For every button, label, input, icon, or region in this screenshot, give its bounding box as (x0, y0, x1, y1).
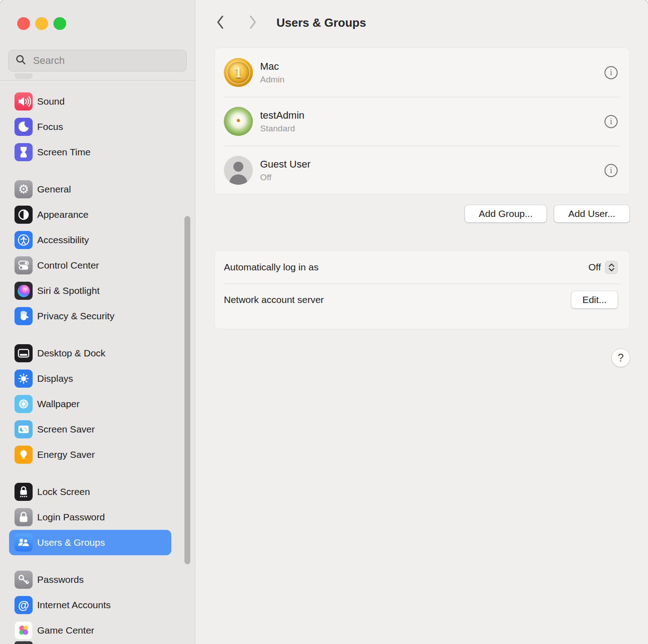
nav-group-display: Desktop & Dock Displays Wallpaper (9, 341, 171, 467)
privacy-security-icon (15, 307, 33, 325)
focus-icon (15, 118, 33, 136)
info-button[interactable]: i (604, 164, 618, 177)
search-placeholder: Search (33, 55, 65, 67)
sidebar-item-label: Passwords (37, 574, 84, 585)
sidebar-item-label: Focus (37, 121, 63, 132)
sidebar-item-sound[interactable]: Sound (9, 89, 171, 114)
partially-scrolled-icon (15, 641, 33, 644)
traffic-lights (17, 17, 66, 30)
passwords-icon (15, 571, 33, 589)
network-server-row: Network account server Edit... (215, 284, 629, 316)
zoom-button[interactable] (53, 17, 66, 30)
sidebar-item-displays[interactable]: Displays (9, 366, 171, 391)
sidebar-item-siri-spotlight[interactable]: Siri & Spotlight (9, 278, 171, 303)
sidebar-item-lock-screen[interactable]: Lock Screen (9, 479, 171, 505)
sidebar-item-desktop-dock[interactable]: Desktop & Dock (9, 341, 171, 366)
wallpaper-icon (15, 395, 33, 413)
sidebar-item-energy-saver[interactable]: Energy Saver (9, 442, 171, 467)
chevron-left-icon (215, 14, 225, 32)
general-icon: ⚙ (15, 180, 33, 198)
internet-accounts-icon: @ (15, 596, 33, 614)
sidebar-toolbar-divider (0, 80, 195, 81)
energy-saver-icon (15, 446, 33, 464)
edit-button[interactable]: Edit... (571, 291, 618, 308)
auto-login-row: Automatically log in as Off (215, 251, 629, 284)
appearance-icon (15, 206, 33, 224)
sidebar-item-label: Accessibility (37, 235, 89, 245)
sidebar-item-passwords[interactable]: Passwords (9, 567, 171, 592)
sidebar: Search Sound Focus (0, 0, 195, 644)
control-center-icon (15, 256, 33, 274)
sidebar-item-label: Energy Saver (37, 449, 95, 460)
auto-login-label: Automatically log in as (224, 262, 588, 273)
sidebar-item-label: Siri & Spotlight (37, 285, 100, 296)
sidebar-item-privacy-security[interactable]: Privacy & Security (9, 303, 171, 329)
partially-scrolled-icon (15, 73, 33, 79)
siri-icon (15, 282, 33, 300)
forward-button[interactable] (245, 15, 261, 31)
sidebar-item-screen-saver[interactable]: Screen Saver (9, 417, 171, 442)
sidebar-item-general[interactable]: ⚙ General (9, 177, 171, 202)
search-input[interactable]: Search (8, 50, 187, 72)
sidebar-item-users-groups[interactable]: Users & Groups (9, 530, 171, 555)
sidebar-item-appearance[interactable]: Appearance (9, 202, 171, 227)
lock-screen-icon (15, 483, 33, 501)
sidebar-item-wallpaper[interactable]: Wallpaper (9, 391, 171, 417)
game-center-icon (15, 621, 33, 639)
displays-icon (15, 370, 33, 388)
sidebar-item-game-center[interactable]: Game Center (9, 618, 171, 643)
auto-login-popup-button[interactable] (605, 261, 618, 274)
avatar: 1 (224, 58, 253, 87)
sidebar-scrollbar[interactable] (184, 216, 190, 564)
help-button[interactable]: ? (612, 349, 630, 367)
minimize-button[interactable] (35, 17, 48, 30)
sidebar-item-label: Privacy & Security (37, 311, 114, 322)
screen-saver-icon (15, 420, 33, 438)
search-icon (15, 54, 27, 67)
login-password-icon (15, 508, 33, 526)
nav-group-system: ⚙ General Appearance Accessibility (9, 177, 171, 329)
sidebar-item-label: Desktop & Dock (37, 348, 106, 359)
system-settings-window: Search Sound Focus (0, 0, 648, 644)
sidebar-item-screen-time[interactable]: Screen Time (9, 139, 171, 165)
sidebar-item-label: General (37, 184, 71, 195)
chevron-up-down-icon (608, 263, 615, 272)
screen-time-icon (15, 143, 33, 161)
info-button[interactable]: i (604, 115, 618, 128)
accessibility-icon (15, 231, 33, 249)
user-name: testAdmin (260, 110, 597, 121)
sidebar-item-label: Lock Screen (37, 486, 90, 497)
sidebar-item-accessibility[interactable]: Accessibility (9, 227, 171, 253)
sidebar-item-label: Control Center (37, 260, 99, 271)
user-row-guest[interactable]: Guest User Off i (215, 146, 629, 195)
sidebar-item-label: Game Center (37, 625, 94, 636)
sidebar-item-label: Displays (37, 373, 73, 384)
sidebar-item-label: Sound (37, 96, 65, 107)
user-row-testadmin[interactable]: testAdmin Standard i (215, 97, 629, 146)
back-button[interactable] (213, 15, 228, 31)
sidebar-item-label: Users & Groups (37, 537, 105, 548)
sidebar-item-control-center[interactable]: Control Center (9, 253, 171, 278)
auto-login-value: Off (588, 262, 601, 273)
user-list-card: 1 Mac Admin i testAdmin Standard i Guest… (214, 48, 630, 194)
avatar (224, 107, 253, 136)
desktop-dock-icon (15, 344, 33, 362)
sidebar-nav: Sound Focus Screen Time ⚙ (9, 89, 171, 643)
sidebar-item-label: Internet Accounts (37, 600, 111, 610)
sidebar-item-focus[interactable]: Focus (9, 114, 171, 139)
add-group-button[interactable]: Add Group... (465, 205, 546, 222)
sound-icon (15, 92, 33, 111)
user-role: Standard (260, 124, 597, 134)
sidebar-item-label: Screen Saver (37, 424, 95, 435)
sidebar-item-label: Appearance (37, 209, 88, 220)
user-role: Admin (260, 75, 597, 85)
user-row-mac[interactable]: 1 Mac Admin i (215, 48, 629, 97)
info-button[interactable]: i (604, 66, 618, 79)
sidebar-item-login-password[interactable]: Login Password (9, 505, 171, 530)
add-user-button[interactable]: Add User... (554, 205, 629, 222)
network-server-label: Network account server (224, 294, 571, 305)
sidebar-item-internet-accounts[interactable]: @ Internet Accounts (9, 592, 171, 618)
close-button[interactable] (17, 17, 30, 30)
nav-group-accounts: Passwords @ Internet Accounts Game Cente… (9, 567, 171, 643)
main-pane: Users & Groups 1 Mac Admin i testAdmin S… (195, 0, 648, 644)
